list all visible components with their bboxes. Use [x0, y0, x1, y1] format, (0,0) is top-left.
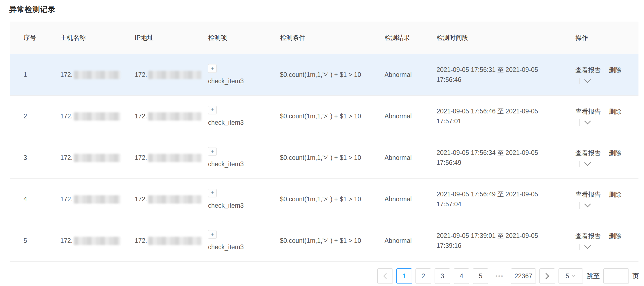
cell-actions: 查看报告 删除 — [574, 148, 638, 168]
cell-condition: $0.count(1m,1,'>' ) + $1 > 10 — [280, 153, 385, 163]
cell-period: 2021-09-05 17:56:31 至 2021-09-05 17:56:4… — [437, 65, 574, 85]
cell-check-item: + check_item3 — [208, 229, 280, 252]
cell-check-item: + check_item3 — [208, 63, 280, 86]
divider — [579, 119, 580, 126]
page-size-select[interactable]: 5 — [559, 268, 583, 284]
plus-icon[interactable]: + — [208, 106, 217, 114]
cell-result: Abnormal — [385, 194, 437, 204]
chevron-down-icon[interactable] — [584, 245, 591, 249]
divider — [605, 150, 605, 156]
table-row[interactable]: 4 172. 172. + check_item3 $0.count(1m,1,… — [10, 179, 638, 220]
delete-button[interactable]: 删除 — [609, 190, 622, 200]
ip-prefix: 172. — [135, 154, 147, 161]
table-row[interactable]: 2 172. 172. + check_item3 $0.count(1m,1,… — [10, 96, 638, 137]
cell-ip: 172. — [135, 111, 208, 121]
cell-condition: $0.count(1m,1,'>' ) + $1 > 10 — [280, 194, 385, 204]
check-item-name: check_item3 — [208, 201, 280, 211]
chevron-down-icon — [571, 275, 576, 277]
cell-check-item: + check_item3 — [208, 188, 280, 210]
page-button-5[interactable]: 5 — [473, 268, 488, 284]
cell-condition: $0.count(1m,1,'>' ) + $1 > 10 — [280, 236, 385, 246]
chevron-down-icon[interactable] — [584, 79, 591, 83]
column-header-condition: 检测条件 — [280, 33, 385, 43]
cell-hostname: 172. — [60, 236, 135, 246]
cell-actions: 查看报告 删除 — [574, 107, 638, 126]
divider — [579, 161, 580, 167]
column-header-hostname: 主机名称 — [60, 33, 135, 43]
divider — [605, 233, 605, 239]
cell-result: Abnormal — [385, 70, 437, 80]
delete-button[interactable]: 删除 — [609, 231, 622, 241]
jump-next-ellipsis[interactable]: ••• — [492, 273, 507, 279]
redacted-ip — [148, 112, 201, 121]
check-item-name: check_item3 — [208, 159, 280, 169]
cell-condition: $0.count(1m,1,'>' ) + $1 > 10 — [280, 111, 385, 121]
divider — [579, 202, 580, 209]
prev-page-button[interactable] — [377, 268, 393, 284]
redacted-ip — [148, 71, 201, 79]
table-row[interactable]: 1 172. 172. + check_item3 $0.count(1m,1,… — [10, 54, 638, 96]
ip-prefix: 172. — [135, 113, 147, 120]
redacted-ip — [148, 154, 201, 162]
view-report-button[interactable]: 查看报告 — [575, 190, 601, 200]
cell-check-item: + check_item3 — [208, 146, 280, 169]
redacted-ip — [148, 195, 201, 204]
delete-button[interactable]: 删除 — [609, 107, 622, 117]
detection-records-table: 序号 主机名称 IP地址 检测项 检测条件 检测结果 检测时间段 操作 1 17… — [10, 22, 638, 262]
next-page-button[interactable] — [539, 268, 555, 284]
cell-hostname: 172. — [60, 194, 135, 204]
view-report-button[interactable]: 查看报告 — [575, 107, 601, 117]
divider — [579, 78, 580, 84]
page-button-2[interactable]: 2 — [416, 268, 431, 284]
page-button-1[interactable]: 1 — [396, 268, 412, 284]
cell-actions: 查看报告 删除 — [574, 190, 638, 209]
ip-prefix: 172. — [135, 237, 147, 244]
column-header-period: 检测时间段 — [437, 33, 574, 43]
view-report-button[interactable]: 查看报告 — [575, 65, 601, 75]
cell-seq: 1 — [10, 70, 60, 80]
chevron-down-icon[interactable] — [584, 162, 591, 166]
column-header-actions: 操作 — [574, 33, 638, 43]
cell-result: Abnormal — [385, 236, 437, 246]
last-page-button[interactable]: 22367 — [511, 268, 536, 284]
page-size-value: 5 — [566, 272, 569, 280]
view-report-button[interactable]: 查看报告 — [575, 148, 601, 158]
cell-result: Abnormal — [385, 153, 437, 163]
plus-icon[interactable]: + — [208, 147, 217, 156]
cell-period: 2021-09-05 17:39:01 至 2021-09-05 17:39:1… — [437, 231, 574, 251]
cell-hostname: 172. — [60, 153, 135, 163]
host-prefix: 172. — [60, 196, 73, 203]
plus-icon[interactable]: + — [208, 64, 217, 73]
chevron-down-icon[interactable] — [584, 203, 591, 208]
view-report-button[interactable]: 查看报告 — [575, 231, 601, 241]
delete-button[interactable]: 删除 — [609, 65, 622, 75]
chevron-down-icon[interactable] — [584, 120, 591, 125]
cell-ip: 172. — [135, 236, 208, 246]
table-row[interactable]: 5 172. 172. + check_item3 $0.count(1m,1,… — [10, 220, 638, 262]
pagination: 1 2 3 4 5 ••• 22367 5 跳至 页 — [0, 268, 639, 284]
page-button-3[interactable]: 3 — [435, 268, 450, 284]
cell-result: Abnormal — [385, 111, 437, 121]
plus-icon[interactable]: + — [208, 230, 217, 239]
jump-to-label: 跳至 — [586, 272, 600, 280]
divider — [605, 67, 605, 73]
table-row[interactable]: 3 172. 172. + check_item3 $0.count(1m,1,… — [10, 137, 638, 179]
column-header-result: 检测结果 — [385, 33, 437, 43]
cell-seq: 3 — [10, 153, 60, 163]
column-header-ip: IP地址 — [135, 33, 208, 43]
cell-seq: 2 — [10, 111, 60, 121]
page-button-4[interactable]: 4 — [454, 268, 469, 284]
host-prefix: 172. — [60, 113, 73, 120]
page-unit-label: 页 — [632, 272, 639, 280]
redacted-hostname — [74, 112, 120, 121]
column-header-seq: 序号 — [10, 33, 60, 43]
chevron-left-icon — [383, 273, 387, 279]
table-header-row: 序号 主机名称 IP地址 检测项 检测条件 检测结果 检测时间段 操作 — [10, 22, 638, 54]
delete-button[interactable]: 删除 — [609, 148, 622, 158]
plus-icon[interactable]: + — [208, 189, 217, 197]
divider — [579, 244, 580, 250]
cell-period: 2021-09-05 17:56:34 至 2021-09-05 17:56:4… — [437, 148, 574, 168]
check-item-name: check_item3 — [208, 76, 280, 86]
jump-to-page-input[interactable] — [603, 268, 629, 284]
cell-check-item: + check_item3 — [208, 105, 280, 128]
